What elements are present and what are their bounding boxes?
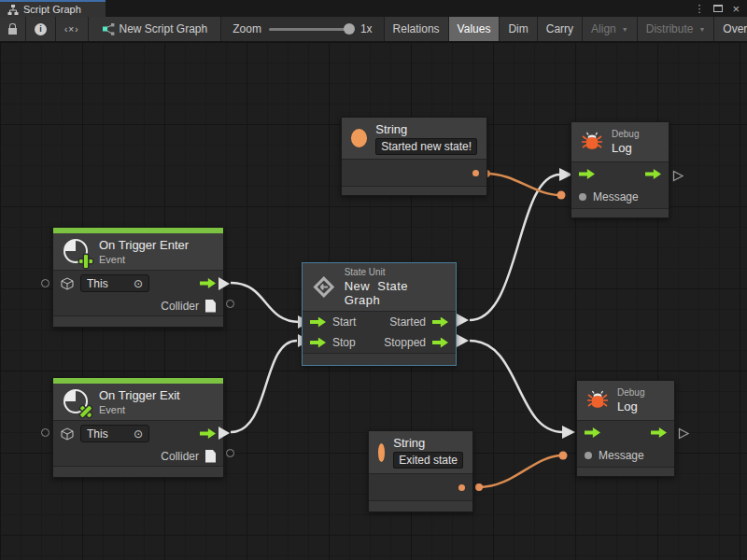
started-flow-out-port[interactable] (432, 317, 448, 328)
carry-button[interactable]: Carry (538, 17, 583, 41)
flow-out-port[interactable] (651, 427, 667, 438)
graph-canvas[interactable]: String Started new state! Debug Log (0, 42, 747, 560)
message-label: Message (593, 190, 639, 203)
node-title: New State Graph (345, 279, 446, 307)
distribute-button[interactable]: Distribute ▼ (638, 17, 715, 41)
tab-bar: Script Graph ⋮ × (0, 0, 747, 17)
zoom-slider[interactable] (269, 28, 353, 31)
zoom-slider-handle[interactable] (344, 23, 355, 35)
wire-started-to-debug-top[interactable] (470, 175, 560, 320)
flow-out-connected-marker[interactable] (218, 277, 236, 290)
distribute-label: Distribute (646, 22, 694, 35)
node-debug-log-top[interactable]: Debug Log Message (571, 121, 669, 218)
node-string-bottom[interactable]: String Exited state (368, 430, 473, 512)
flow-arrowhead-debug-bottom[interactable] (562, 426, 575, 439)
value-port-debug-bottom-in[interactable] (559, 452, 568, 460)
flow-out-marker-stopped[interactable] (457, 334, 469, 347)
event-icon (63, 388, 91, 416)
node-title: Log (617, 399, 644, 413)
zoom-label: Zoom (233, 22, 261, 35)
object-picker-icon[interactable]: ⊙ (134, 427, 143, 441)
collider-unconnected-port[interactable] (226, 449, 234, 457)
flow-out-port[interactable] (200, 428, 216, 439)
zoom-value: 1x (360, 22, 373, 35)
value-port-debug-top-in[interactable] (557, 191, 566, 200)
string-literal-icon (351, 129, 367, 147)
wire-trigger-exit-to-stop[interactable] (231, 341, 297, 432)
flow-in-port[interactable] (579, 169, 595, 179)
script-graph-icon (7, 5, 19, 15)
string-output-port[interactable] (458, 484, 465, 491)
flow-out-connected-marker[interactable] (218, 427, 236, 440)
node-on-trigger-enter[interactable]: On Trigger Enter Event This ⊙ Collider (52, 227, 224, 328)
node-string-top[interactable]: String Started new state! (341, 117, 487, 196)
tab-title: Script Graph (23, 4, 81, 15)
node-debug-log-bottom[interactable]: Debug Log Message (576, 380, 675, 477)
lock-button[interactable] (0, 17, 26, 41)
string-value-input[interactable]: Started new state! (375, 138, 477, 155)
flow-out-port[interactable] (200, 278, 216, 288)
start-flow-in-port[interactable] (310, 317, 326, 328)
node-subtitle: Event (99, 254, 189, 265)
string-value-input[interactable]: Exited state (393, 452, 463, 469)
flow-out-unconnected-port[interactable] (672, 170, 684, 182)
target-object-field[interactable]: This ⊙ (80, 425, 149, 442)
graph-name-label: New Script Graph (120, 22, 208, 35)
wire-stopped-to-debug-bottom[interactable] (470, 341, 563, 432)
wire-string-bottom-to-message[interactable] (479, 455, 562, 487)
values-button[interactable]: Values (449, 17, 500, 41)
window-close-icon[interactable]: × (732, 2, 740, 16)
target-object-value: This (87, 277, 108, 290)
align-label: Align (591, 22, 616, 35)
target-object-field[interactable]: This ⊙ (80, 274, 149, 292)
string-literal-icon (378, 443, 385, 462)
preview-code-button[interactable]: ‹×› (56, 17, 89, 41)
flow-out-port[interactable] (645, 169, 661, 179)
node-title: String (393, 436, 463, 450)
graph-picker-button[interactable]: New Script Graph (89, 17, 222, 41)
object-picker-icon[interactable]: ⊙ (134, 277, 143, 290)
message-port[interactable] (579, 193, 586, 201)
flow-in-port[interactable] (585, 427, 600, 438)
relations-label: Relations (393, 22, 440, 35)
node-footer (53, 315, 223, 327)
flow-out-unconnected-port[interactable] (678, 427, 690, 440)
graph-toolbar: i ‹×› New Script Graph Zoom 1x Relations… (0, 17, 747, 42)
inspect-button[interactable]: i (26, 17, 56, 41)
node-footer (53, 466, 223, 477)
window-menu-icon[interactable]: ⋮ (694, 3, 704, 15)
bug-icon (586, 389, 609, 412)
node-state-unit[interactable]: State Unit New State Graph Start Started… (302, 262, 457, 366)
chevron-down-icon: ▼ (622, 26, 628, 33)
align-button[interactable]: Align ▼ (583, 17, 638, 41)
document-icon (205, 300, 216, 313)
relations-button[interactable]: Relations (385, 17, 449, 41)
gameobject-cube-icon (61, 277, 74, 290)
plus-icon (79, 255, 92, 268)
this-value-unconnected-port[interactable] (41, 279, 49, 287)
start-label: Start (332, 315, 356, 329)
gameobject-cube-icon (61, 427, 74, 441)
this-value-unconnected-port[interactable] (41, 428, 49, 437)
values-label: Values (458, 22, 491, 35)
tab-script-graph[interactable]: Script Graph (0, 0, 106, 17)
node-title: Log (612, 141, 639, 155)
node-on-trigger-exit[interactable]: On Trigger Exit Event This ⊙ Collider (52, 377, 224, 478)
overview-button[interactable]: Overview (714, 17, 747, 41)
message-port[interactable] (585, 452, 592, 459)
dim-button[interactable]: Dim (500, 17, 537, 41)
wire-trigger-enter-to-start[interactable] (231, 283, 300, 322)
window-maximize-icon[interactable] (713, 5, 723, 12)
chevron-down-icon: ▼ (698, 26, 705, 33)
state-unit-icon (312, 274, 336, 300)
code-icon: ‹×› (64, 24, 79, 35)
carry-label: Carry (546, 22, 573, 35)
stop-flow-in-port[interactable] (310, 338, 326, 348)
flow-out-marker-started[interactable] (457, 314, 469, 327)
stopped-flow-out-port[interactable] (432, 338, 448, 348)
collider-unconnected-port[interactable] (226, 300, 234, 308)
tab-strip-empty (106, 0, 686, 17)
string-output-port[interactable] (472, 170, 479, 176)
node-title: String (375, 122, 477, 136)
value-port-string-bottom-out[interactable] (475, 483, 483, 491)
